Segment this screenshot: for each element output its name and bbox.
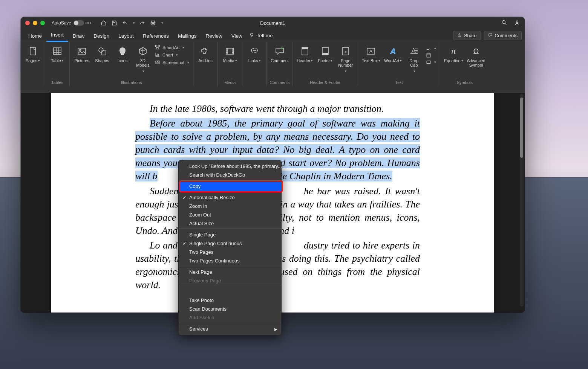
tab-layout[interactable]: Layout xyxy=(114,31,138,42)
textbox-button[interactable]: A Text Box▾ xyxy=(362,44,380,63)
tell-me[interactable]: Tell me xyxy=(249,32,273,42)
undo-dropdown[interactable]: ▾ xyxy=(133,21,135,25)
svg-text:#: # xyxy=(345,50,346,54)
svg-rect-12 xyxy=(155,45,157,47)
footer-icon xyxy=(320,46,331,56)
tab-references[interactable]: References xyxy=(138,31,173,42)
equation-button[interactable]: π Equation▾ xyxy=(444,44,463,63)
menu-copy[interactable]: Copy xyxy=(179,182,281,192)
menu-two-pages[interactable]: Two Pages xyxy=(179,248,281,256)
para-1: In the late 1980s, software went through… xyxy=(150,103,384,114)
group-pages: Pages▾ xyxy=(21,42,45,87)
scrollbar-thumb[interactable] xyxy=(520,98,523,158)
menu-actual-size[interactable]: Actual Size xyxy=(179,219,281,229)
pictures-button[interactable]: Pictures xyxy=(74,44,90,63)
comment-button[interactable]: Comment xyxy=(271,44,289,63)
pictures-icon xyxy=(77,46,87,56)
menu-take-photo[interactable]: Take Photo xyxy=(179,296,281,305)
menu-scan-documents[interactable]: Scan Documents xyxy=(179,305,281,313)
menu-lookup[interactable]: Look Up "Before about 1985, the primary.… xyxy=(179,162,281,171)
textbox-icon: A xyxy=(366,46,376,56)
object-button[interactable]: ▾ xyxy=(426,59,436,65)
search-icon[interactable] xyxy=(501,20,507,27)
group-media-label: Media xyxy=(218,80,242,86)
group-symbols: π Equation▾ Ω Advanced Symbol Symbols xyxy=(440,42,489,87)
svg-rect-19 xyxy=(302,47,308,49)
links-button[interactable]: Links▾ xyxy=(246,44,263,63)
dropcap-label: Drop Cap xyxy=(409,58,418,67)
icons-button[interactable]: Icons xyxy=(114,44,131,63)
autosave-toggle[interactable] xyxy=(74,20,84,26)
zoom-window-button[interactable] xyxy=(40,21,45,25)
menu-zoom-out[interactable]: Zoom Out xyxy=(179,210,281,219)
chart-button[interactable]: Chart▾ xyxy=(155,52,189,58)
account-icon[interactable] xyxy=(514,20,520,27)
pages-button[interactable]: Pages▾ xyxy=(24,44,41,63)
svg-rect-21 xyxy=(322,53,328,55)
media-button[interactable]: Media▾ xyxy=(222,44,238,63)
share-label: Share xyxy=(464,33,476,38)
header-label: Header xyxy=(297,58,310,63)
header-button[interactable]: Header▾ xyxy=(297,44,313,63)
horizontal-ruler[interactable] xyxy=(21,86,525,93)
footer-button[interactable]: Footer▾ xyxy=(317,44,334,63)
share-button[interactable]: Share xyxy=(453,31,481,40)
print-icon[interactable] xyxy=(150,20,156,26)
screenshot-icon xyxy=(155,59,160,66)
menu-services[interactable]: Services xyxy=(179,325,281,333)
menu-device-header xyxy=(179,288,281,296)
autosave-control[interactable]: AutoSave OFF xyxy=(52,20,92,26)
wordart-button[interactable]: A WordArt▾ xyxy=(384,44,402,63)
menu-auto-resize[interactable]: Automatically Resize xyxy=(179,193,281,202)
svg-text:π: π xyxy=(451,47,456,55)
tab-mailings[interactable]: Mailings xyxy=(173,31,201,42)
menu-single-page[interactable]: Single Page xyxy=(179,230,281,239)
links-label: Links xyxy=(248,58,258,63)
svg-rect-14 xyxy=(157,47,158,49)
dropcap-button[interactable]: A Drop Cap▾ xyxy=(406,44,422,73)
redo-icon[interactable] xyxy=(139,20,145,26)
tab-insert[interactable]: Insert xyxy=(46,30,68,42)
menu-single-page-continuous[interactable]: Single Page Continuous xyxy=(179,239,281,248)
undo-icon[interactable] xyxy=(122,20,128,26)
signature-line-button[interactable]: ▾ xyxy=(426,46,436,51)
new-comment-icon xyxy=(274,46,285,56)
home-icon[interactable] xyxy=(101,20,107,26)
tab-view[interactable]: View xyxy=(227,31,247,42)
screenshot-label: Screenshot xyxy=(162,60,184,65)
minimize-window-button[interactable] xyxy=(33,21,37,25)
shapes-button[interactable]: Shapes xyxy=(94,44,110,63)
menu-previous-page: Previous Page xyxy=(179,276,281,286)
screenshot-button[interactable]: Screenshot▾ xyxy=(155,59,189,66)
tab-design[interactable]: Design xyxy=(89,31,114,42)
addins-button[interactable]: Add-ins xyxy=(197,44,214,63)
document-title: Document1 xyxy=(21,20,525,26)
save-icon[interactable] xyxy=(111,20,117,26)
media-label: Media xyxy=(223,58,234,63)
vertical-scrollbar[interactable] xyxy=(520,94,524,306)
close-window-button[interactable] xyxy=(25,21,30,25)
comment-label: Comment xyxy=(271,58,289,63)
ribbon-tabs: Home Insert Draw Design Layout Reference… xyxy=(21,29,525,42)
menu-two-pages-continuous[interactable]: Two Pages Continuous xyxy=(179,256,281,266)
date-time-button[interactable] xyxy=(426,53,436,58)
pagenumber-button[interactable]: # Page Number▾ xyxy=(337,44,354,73)
svg-point-16 xyxy=(157,61,158,63)
svg-point-10 xyxy=(99,48,103,52)
smartart-button[interactable]: SmartArt▾ xyxy=(155,44,189,50)
tab-home[interactable]: Home xyxy=(24,31,46,42)
models3d-label: 3D Models xyxy=(136,58,149,67)
menu-search-ddg[interactable]: Search with DuckDuckGo xyxy=(179,171,281,180)
advsymbol-button[interactable]: Ω Advanced Symbol xyxy=(467,44,485,67)
menu-zoom-in[interactable]: Zoom In xyxy=(179,202,281,210)
tab-draw[interactable]: Draw xyxy=(68,31,89,42)
tell-me-label: Tell me xyxy=(257,33,273,38)
models3d-button[interactable]: 3D Models▾ xyxy=(135,44,151,73)
comments-button[interactable]: Comments xyxy=(484,31,522,40)
media-icon xyxy=(225,46,235,56)
qat-customize[interactable]: ▾ xyxy=(161,21,163,25)
table-button[interactable]: Table▾ xyxy=(49,44,66,63)
tab-review[interactable]: Review xyxy=(201,31,227,42)
menu-add-sketch: Add Sketch xyxy=(179,313,281,323)
menu-next-page[interactable]: Next Page xyxy=(179,268,281,276)
